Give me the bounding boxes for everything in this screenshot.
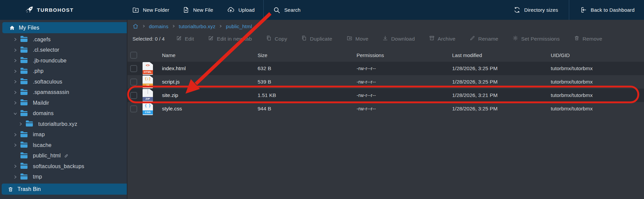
sidebar-item-lscache[interactable]: lscache bbox=[0, 140, 127, 151]
folder-icon bbox=[20, 175, 28, 180]
trash-icon bbox=[574, 35, 580, 42]
file-last-modified: 1/28/2026, 3:21 PM bbox=[452, 92, 551, 98]
breadcrumb-segment-tutorialturbo-xyz[interactable]: tutorialturbo.xyz bbox=[179, 23, 215, 29]
file-permissions: -rw-r--r-- bbox=[357, 65, 452, 71]
sidebar-item-spamassassin[interactable]: .spamassassin bbox=[0, 87, 127, 98]
folder-tree: .cagefs .cl.selector .jb-roundcube .php bbox=[0, 33, 127, 182]
file-name[interactable]: site.zip bbox=[159, 92, 258, 98]
duplicate-button[interactable]: Duplicate bbox=[301, 35, 332, 42]
file-name[interactable]: script.js bbox=[159, 79, 258, 85]
column-header-name[interactable]: Name bbox=[159, 52, 258, 58]
chevron-right-icon[interactable] bbox=[12, 80, 18, 84]
file-name[interactable]: style.css bbox=[159, 106, 258, 112]
new-file-button[interactable]: New File bbox=[183, 6, 213, 13]
folder-icon bbox=[20, 143, 28, 148]
move-button[interactable]: Move bbox=[346, 35, 369, 42]
file-size: 632 B bbox=[258, 65, 357, 71]
brand-name: TURBOHOST bbox=[37, 7, 73, 13]
download-icon bbox=[382, 35, 388, 42]
search-button[interactable]: Search bbox=[273, 6, 301, 14]
sidebar-item-domains[interactable]: domains bbox=[0, 108, 127, 119]
symlink-icon bbox=[64, 153, 69, 158]
file-uid-gid: tutorbmx/tutorbmx bbox=[551, 106, 644, 112]
column-header-uid-gid[interactable]: UID/GID bbox=[551, 52, 644, 58]
table-row-style-css[interactable]: { }CSS style.css 944 B -rw-r--r-- 1/28/2… bbox=[127, 102, 644, 115]
chevron-right-icon[interactable] bbox=[12, 101, 18, 105]
copy-icon bbox=[266, 35, 272, 42]
folder-icon bbox=[20, 132, 28, 137]
sidebar-item-trash-bin[interactable]: Trash Bin bbox=[2, 184, 127, 195]
chevron-right-icon[interactable] bbox=[12, 133, 18, 137]
archive-button[interactable]: Archive bbox=[429, 35, 455, 42]
edit-in-new-tab-button[interactable]: Edit in new tab bbox=[208, 35, 252, 42]
file-permissions: -rw-r--r-- bbox=[357, 106, 452, 112]
download-button[interactable]: Download bbox=[382, 35, 415, 42]
column-header-last-modified[interactable]: Last modified bbox=[452, 52, 551, 58]
move-icon bbox=[346, 35, 353, 42]
breadcrumb-separator bbox=[219, 24, 222, 28]
rocket-icon bbox=[25, 5, 34, 14]
rename-button[interactable]: Rename bbox=[470, 35, 498, 42]
sidebar-item-tutorialturbo-xyz[interactable]: tutorialturbo.xyz bbox=[0, 119, 127, 130]
remove-button[interactable]: Remove bbox=[574, 35, 602, 42]
chevron-right-icon[interactable] bbox=[12, 143, 18, 147]
sidebar: My Files .cagefs .cl.selector .jb-roundc… bbox=[0, 20, 127, 199]
file-plus-icon bbox=[183, 6, 190, 13]
chevron-down-icon[interactable] bbox=[12, 112, 18, 115]
row-checkbox[interactable] bbox=[130, 79, 137, 86]
sidebar-item-jb-roundcube[interactable]: .jb-roundcube bbox=[0, 55, 127, 66]
archive-icon bbox=[429, 35, 435, 42]
sidebar-item-softaculous[interactable]: .softaculous bbox=[0, 77, 127, 87]
directory-sizes-button[interactable]: Directory sizes bbox=[514, 6, 558, 13]
breadcrumb-home-icon[interactable] bbox=[132, 23, 139, 29]
chevron-right-icon[interactable] bbox=[12, 175, 18, 179]
folder-icon bbox=[20, 58, 28, 63]
chevron-right-icon[interactable] bbox=[12, 59, 18, 62]
folder-icon bbox=[20, 153, 28, 158]
row-checkbox[interactable] bbox=[130, 105, 137, 112]
sidebar-item-php[interactable]: .php bbox=[0, 66, 127, 77]
breadcrumb-segment-public-html[interactable]: public_html bbox=[226, 23, 252, 29]
column-header-size[interactable]: Size bbox=[258, 52, 357, 58]
new-folder-button[interactable]: New Folder bbox=[132, 6, 169, 13]
table-row-script-js[interactable]: {;}JS script.js 539 B -rw-r--r-- 1/28/20… bbox=[127, 75, 644, 89]
folder-plus-icon bbox=[132, 6, 139, 13]
set-permissions-button[interactable]: Set Permissions bbox=[513, 35, 560, 42]
sidebar-item-maildir[interactable]: Maildir bbox=[0, 98, 127, 108]
sidebar-item-softaculous-backups[interactable]: softaculous_backups bbox=[0, 161, 127, 172]
column-header-permissions[interactable]: Permissions bbox=[357, 52, 452, 58]
sidebar-item-my-files[interactable]: My Files bbox=[2, 22, 127, 33]
breadcrumb: domains tutorialturbo.xyz public_html bbox=[127, 20, 644, 33]
select-all-checkbox[interactable] bbox=[130, 52, 137, 59]
upload-button[interactable]: Upload bbox=[227, 6, 255, 14]
folder-icon bbox=[20, 69, 28, 74]
breadcrumb-separator bbox=[142, 24, 145, 28]
row-checkbox[interactable] bbox=[130, 65, 137, 72]
back-to-dashboard-button[interactable]: Back to Dashboard bbox=[580, 6, 635, 13]
sidebar-item-tmp[interactable]: tmp bbox=[0, 172, 127, 183]
row-checkbox[interactable] bbox=[130, 92, 137, 99]
table-header-row: Name Size Permissions Last modified UID/… bbox=[127, 48, 644, 62]
table-row-index-html[interactable]: <>HTML index.html 632 B -rw-r--r-- 1/28/… bbox=[127, 62, 644, 75]
edit-button[interactable]: Edit bbox=[176, 35, 194, 42]
breadcrumb-segment-domains[interactable]: domains bbox=[149, 23, 168, 29]
chevron-right-icon[interactable] bbox=[12, 69, 18, 73]
chevron-right-icon[interactable] bbox=[12, 164, 18, 168]
chevron-right-icon[interactable] bbox=[18, 122, 23, 126]
chevron-right-icon[interactable] bbox=[12, 48, 18, 52]
exit-icon bbox=[580, 6, 587, 13]
breadcrumb-separator bbox=[172, 24, 175, 28]
brand-logo[interactable]: TURBOHOST bbox=[25, 5, 97, 14]
selected-count: Selected: 0 / 4 bbox=[132, 36, 165, 42]
sidebar-item-cagefs[interactable]: .cagefs bbox=[0, 34, 127, 45]
folder-icon bbox=[20, 100, 28, 105]
sidebar-item-public-html[interactable]: public_html bbox=[0, 151, 127, 161]
copy-button[interactable]: Copy bbox=[266, 35, 287, 42]
file-last-modified: 1/28/2026, 3:25 PM bbox=[452, 106, 551, 112]
file-name[interactable]: index.html bbox=[159, 65, 258, 71]
chevron-right-icon[interactable] bbox=[12, 91, 18, 94]
sidebar-item-imap[interactable]: imap bbox=[0, 130, 127, 140]
sidebar-item-cl-selector[interactable]: .cl.selector bbox=[0, 45, 127, 56]
chevron-right-icon[interactable] bbox=[12, 38, 18, 41]
table-row-site-zip[interactable]: ┊ZIP site.zip 1.51 KB -rw-r--r-- 1/28/20… bbox=[127, 89, 644, 102]
